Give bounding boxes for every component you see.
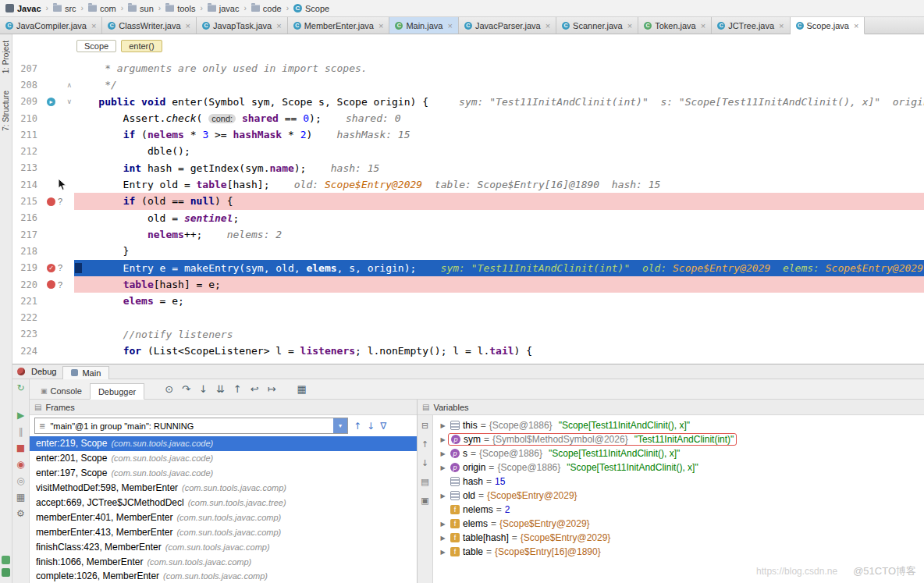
structure-tool-button[interactable]: 7: Structure [2,91,10,131]
debug-session-tab[interactable]: Main [62,366,109,379]
code-line-content[interactable]: if (nelems * 3 >= hashMask * 2) hashMask… [74,126,924,143]
line-number[interactable]: 224 [12,346,41,357]
code-line-content[interactable]: table[hash] = e; [74,276,924,293]
close-tab-icon[interactable]: × [854,22,858,30]
close-tab-icon[interactable]: × [779,22,784,30]
variable-row[interactable]: ▶this = {Scope@1886} "Scope[Test11InitAn… [433,418,924,432]
line-number[interactable]: 214 [12,180,41,190]
pause-icon[interactable]: ∥ [19,427,23,436]
editor-tab[interactable]: CScope.java× [791,17,865,34]
breadcrumb-item[interactable]: sun [126,4,155,13]
breadcrumb-item[interactable]: code [250,4,283,13]
stack-frame-row[interactable]: enter:201, Scope(com.sun.tools.javac.cod… [30,451,417,466]
editor-breadcrumb-chip[interactable]: Scope [76,40,116,52]
stack-frame-row[interactable]: finishClass:423, MemberEnter(com.sun.too… [30,539,417,554]
close-tab-icon[interactable]: × [186,22,190,30]
variable-row[interactable]: ▶fnelems = 2 [433,503,924,517]
stack-frame-row[interactable]: finish:1066, MemberEnter(com.sun.tools.j… [30,554,417,569]
close-tab-icon[interactable]: × [627,22,632,30]
move-watch-down-icon[interactable]: ↓ [421,458,428,468]
stack-frame-row[interactable]: complete:1026, MemberEnter(com.sun.tools… [30,569,417,583]
rerun-icon[interactable]: ↻ [16,383,24,393]
variable-row[interactable]: ▶hash = 15 [433,475,924,489]
fold-up-icon[interactable]: ∧ [66,81,72,89]
resume-icon[interactable]: ▶ [17,411,24,420]
breadcrumb-item[interactable]: javac [206,4,241,13]
expand-arrow-icon[interactable]: ▶ [438,521,448,528]
code-line-content[interactable] [74,309,924,325]
variable-row[interactable]: ▶porigin = {Scope@1886} "Scope[Test11Ini… [433,460,924,475]
stack-frame-row[interactable]: enter:219, Scope(com.sun.tools.javac.cod… [30,436,417,451]
tool-window-button-icon[interactable] [2,556,10,564]
variable-row[interactable]: ▶ftable[hash] = {Scope$Entry@2029} [433,531,924,545]
chevron-down-icon[interactable]: ▾ [333,418,347,433]
step-out-icon[interactable]: ↑ [233,383,242,395]
line-number[interactable]: 211 [12,130,41,140]
close-tab-icon[interactable]: × [447,22,452,30]
force-step-into-icon[interactable]: ⇊ [216,383,225,395]
code-line-content[interactable]: old = sentinel; [74,210,924,226]
variable-row[interactable]: ▶ftable = {Scope$Entry[16]@1890} [433,545,924,559]
project-tool-button[interactable]: 1: Project [2,41,10,73]
line-number[interactable]: 216 [12,212,41,223]
move-watch-up-icon[interactable]: ↑ [421,439,428,450]
settings-icon[interactable]: ⚙ [16,509,25,518]
thread-selector[interactable]: ≣ "main"@1 in group "main": RUNNING ▾ [34,418,348,434]
breadcrumb-item[interactable]: Javac [4,4,43,13]
editor-tab[interactable]: CMemberEnter.java× [288,17,390,34]
code-line-content[interactable]: dble(); [74,143,924,159]
editor-tab[interactable]: CToken.java× [638,17,712,34]
variable-row[interactable]: ▶old = {Scope$Entry@2029} [433,489,924,503]
stack-frame-row[interactable]: visitMethodDef:598, MemberEnter(com.sun.… [30,481,417,496]
breadcrumb-item[interactable]: com [87,4,118,13]
variable-row[interactable]: ▶ps = {Scope@1886} "Scope[Test11InitAndC… [433,446,924,460]
line-number[interactable]: 223 [12,329,41,339]
close-tab-icon[interactable]: × [701,22,705,30]
evaluate-expression-icon[interactable]: ▦ [297,383,307,395]
editor-tab[interactable]: CJCTree.java× [712,17,790,34]
line-number[interactable]: 207 [12,63,41,74]
expand-arrow-icon[interactable]: ▶ [438,422,448,429]
code-line-content[interactable]: */ [74,76,924,93]
drop-frame-icon[interactable]: ↩ [251,383,259,395]
code-line-content[interactable]: public void enter(Symbol sym, Scope s, S… [74,94,924,110]
run-to-cursor-icon[interactable]: ↦ [268,383,276,395]
line-number[interactable]: 222 [12,312,41,323]
expand-arrow-icon[interactable]: ▶ [438,535,448,542]
close-tab-icon[interactable]: × [546,22,550,30]
line-number[interactable]: 209 [12,96,41,107]
stack-frame-row[interactable]: enter:197, Scope(com.sun.tools.javac.cod… [30,466,417,481]
restore-layout-icon[interactable]: ▦ [16,492,25,502]
frame-up-icon[interactable]: ↑ [354,421,361,432]
expand-arrow-icon[interactable]: ▶ [438,436,448,443]
breakpoint-icon[interactable] [47,197,55,206]
breakpoint-icon[interactable] [47,280,55,289]
code-line-content[interactable]: int hash = getIndex(sym.name); hash: 15 [74,160,924,176]
close-tab-icon[interactable]: × [91,22,96,30]
line-number[interactable]: 219 [12,262,41,273]
code-line-content[interactable]: Assert.check( cond: shared == 0); shared… [74,110,924,126]
code-line-content[interactable]: Entry old = table[hash]; old: Scope$Entr… [74,176,924,193]
breadcrumb-item[interactable]: src [52,4,78,13]
stack-frame-row[interactable]: memberEnter:401, MemberEnter(com.sun.too… [30,510,417,524]
code-line-content[interactable]: for (List<ScopeListener> l = listeners; … [74,343,924,359]
tab-debugger[interactable]: Debugger [90,383,144,400]
code-line-content[interactable]: Entry e = makeEntry(sym, old, elems, s, … [74,260,924,276]
editor-tab[interactable]: CJavaCompiler.java× [0,17,102,34]
editor-tab[interactable]: CJavacParser.java× [459,17,556,34]
editor-tab[interactable]: CScanner.java× [556,17,638,34]
editor-tab[interactable]: CMain.java× [389,17,459,34]
fold-down-icon[interactable]: ∨ [66,98,72,105]
line-number[interactable]: 210 [12,113,41,124]
collapse-all-icon[interactable]: ⊟ [421,421,428,431]
line-number[interactable]: 218 [12,246,41,257]
mute-breakpoints-icon[interactable]: ◎ [16,476,24,485]
code-line-content[interactable]: } [74,243,924,259]
step-into-icon[interactable]: ↓ [199,383,208,395]
line-number[interactable]: 213 [12,162,41,173]
close-tab-icon[interactable]: × [276,22,281,30]
step-over-icon[interactable]: ↷ [182,383,190,395]
line-number[interactable]: 212 [12,146,41,157]
line-number[interactable]: 217 [12,229,41,240]
line-number[interactable]: 220 [12,279,41,290]
